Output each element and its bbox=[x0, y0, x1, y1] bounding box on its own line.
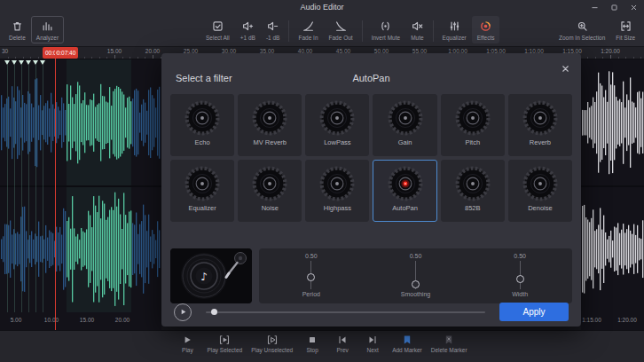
delete-button[interactable]: Delete bbox=[4, 16, 31, 43]
1-db-label: +1 dB bbox=[240, 35, 255, 41]
param-value: 0.50 bbox=[514, 253, 526, 259]
minimize-button[interactable] bbox=[589, 2, 601, 12]
filter-pitch[interactable]: Pitch bbox=[441, 94, 505, 156]
filter-label: Gain bbox=[398, 138, 412, 146]
marker-line bbox=[7, 65, 8, 312]
vinyl-record-icon bbox=[385, 98, 426, 138]
equalizer-button[interactable]: Equalizer bbox=[437, 16, 472, 43]
bottom-ruler-right: 1:15.001:20.00 bbox=[581, 317, 644, 325]
filter-label: Pitch bbox=[465, 138, 480, 146]
marker-line bbox=[14, 65, 15, 312]
select-all-icon bbox=[212, 20, 224, 32]
filter-lowpass[interactable]: LowPass bbox=[305, 94, 369, 156]
filter-label: Highpass bbox=[324, 204, 351, 212]
filter-noise[interactable]: Noise bbox=[238, 160, 302, 222]
stop-button[interactable]: Stop bbox=[302, 334, 323, 362]
filter-label: MV Reverb bbox=[253, 138, 287, 146]
slider-thumb[interactable] bbox=[307, 273, 315, 281]
filter-reverb[interactable]: Reverb bbox=[508, 94, 572, 156]
next-button[interactable]: Next bbox=[362, 334, 383, 362]
play-selected-button[interactable]: Play Selected bbox=[207, 334, 242, 362]
playhead[interactable] bbox=[55, 47, 56, 330]
filter-denoise[interactable]: Denoise bbox=[508, 160, 572, 222]
fit-size-icon bbox=[620, 20, 632, 32]
playhead-time-badge[interactable]: 00:00:07:40 bbox=[43, 47, 78, 59]
invert-mute-icon bbox=[380, 20, 391, 32]
analyzer-button[interactable]: Analyzer bbox=[31, 16, 64, 43]
param-label: Smoothing bbox=[401, 291, 430, 297]
prev-label: Prev bbox=[336, 347, 348, 353]
seek-thumb[interactable] bbox=[211, 309, 217, 315]
invert-mute-button[interactable]: Invert Mute bbox=[366, 16, 406, 43]
waveform-panel-left[interactable]: 5.0010.0015.0020.00 bbox=[0, 59, 161, 330]
next-label: Next bbox=[366, 347, 378, 353]
ruler-mark: 20.00 bbox=[145, 48, 160, 54]
param-slider-width[interactable] bbox=[516, 261, 524, 289]
fade-out-button[interactable]: Fade Out bbox=[324, 16, 358, 43]
filter-label: AutoPan bbox=[392, 204, 418, 212]
equalizer-label: Equalizer bbox=[443, 35, 467, 41]
zoom-in-selection-button[interactable]: Zoom In Selection bbox=[554, 16, 610, 43]
filter-label: Equalizer bbox=[188, 204, 216, 212]
delete-marker-label: Delete Marker bbox=[431, 347, 467, 353]
vinyl-record-icon bbox=[520, 98, 561, 138]
close-icon bbox=[630, 4, 638, 12]
param-smoothing: 0.50Smoothing bbox=[364, 253, 468, 300]
filter-autopan[interactable]: AutoPan bbox=[373, 160, 436, 222]
1-db-button[interactable]: +1 dB bbox=[235, 16, 261, 43]
filter-grid: EchoMV ReverbLowPassGainPitchReverbEqual… bbox=[170, 94, 572, 222]
slider-thumb[interactable] bbox=[412, 280, 420, 288]
filter-label: Denoise bbox=[528, 204, 553, 212]
transport-bar: PlayPlay SelectedPlay UnselectedStopPrev… bbox=[0, 330, 644, 362]
play-label: Play bbox=[182, 347, 193, 353]
prev-button[interactable]: Prev bbox=[332, 334, 353, 362]
preview-play-button[interactable] bbox=[174, 303, 192, 321]
filter-mv-reverb[interactable]: MV Reverb bbox=[238, 94, 302, 156]
slider-thumb[interactable] bbox=[516, 275, 524, 283]
play-button[interactable]: Play bbox=[177, 334, 198, 362]
fit-size-button[interactable]: Fit Size bbox=[610, 16, 640, 43]
1-db-button[interactable]: -1 dB bbox=[261, 16, 286, 43]
select-all-button[interactable]: Select All bbox=[200, 16, 235, 43]
close-icon[interactable] bbox=[561, 61, 570, 77]
preview-seek-bar[interactable] bbox=[206, 311, 485, 313]
filter-dialog: Select a filter AutoPan EchoMV ReverbLow… bbox=[161, 53, 581, 327]
apply-button[interactable]: Apply bbox=[499, 303, 569, 321]
filter-gain[interactable]: Gain bbox=[373, 94, 436, 156]
param-slider-smoothing[interactable] bbox=[412, 261, 420, 289]
vinyl-record-icon bbox=[249, 164, 290, 203]
delete-marker-button[interactable]: Delete Marker bbox=[431, 334, 467, 362]
maximize-button[interactable] bbox=[609, 2, 620, 12]
mute-button[interactable]: Mute bbox=[405, 16, 428, 43]
add-marker-label: Add Marker bbox=[392, 347, 422, 353]
toolbar-group-center: Select All+1 dB-1 dBFade InFade OutInver… bbox=[200, 16, 499, 43]
vinyl-record-icon bbox=[452, 164, 493, 203]
filter-852b[interactable]: 852B bbox=[441, 160, 505, 222]
bottom-ruler-mark: 1:15.00 bbox=[582, 317, 601, 323]
param-period: 0.50Period bbox=[259, 253, 364, 300]
effects-button[interactable]: Effects bbox=[472, 16, 500, 43]
trash-icon bbox=[12, 20, 23, 32]
vinyl-record-icon bbox=[317, 164, 357, 203]
waveform-panel-right[interactable]: 1:15.001:20.00 bbox=[581, 59, 644, 330]
analyzer-label: Analyzer bbox=[36, 35, 59, 41]
close-button[interactable] bbox=[628, 2, 640, 12]
filter-equalizer[interactable]: Equalizer bbox=[170, 160, 234, 222]
fade-in-button[interactable]: Fade In bbox=[293, 16, 323, 43]
toolbar-separator bbox=[362, 20, 363, 42]
invert-mute-label: Invert Mute bbox=[372, 35, 401, 41]
toolbar-group-right: Zoom In SelectionFit Size bbox=[554, 16, 640, 43]
play-icon bbox=[182, 334, 192, 345]
turntable-graphic: ♪ bbox=[170, 248, 252, 303]
titlebar: Audio Editor bbox=[0, 0, 644, 14]
param-label: Period bbox=[302, 291, 320, 297]
channel-separator bbox=[0, 185, 161, 187]
play-unselected-button[interactable]: Play Unselected bbox=[251, 334, 293, 362]
add-marker-button[interactable]: Add Marker bbox=[392, 334, 422, 362]
filter-highpass[interactable]: Highpass bbox=[305, 160, 369, 222]
param-slider-period[interactable] bbox=[307, 261, 315, 289]
filter-echo[interactable]: Echo bbox=[170, 94, 234, 156]
vinyl-record-icon bbox=[182, 164, 223, 203]
fade-in-label: Fade In bbox=[298, 35, 318, 41]
delete-marker-icon bbox=[444, 334, 454, 345]
